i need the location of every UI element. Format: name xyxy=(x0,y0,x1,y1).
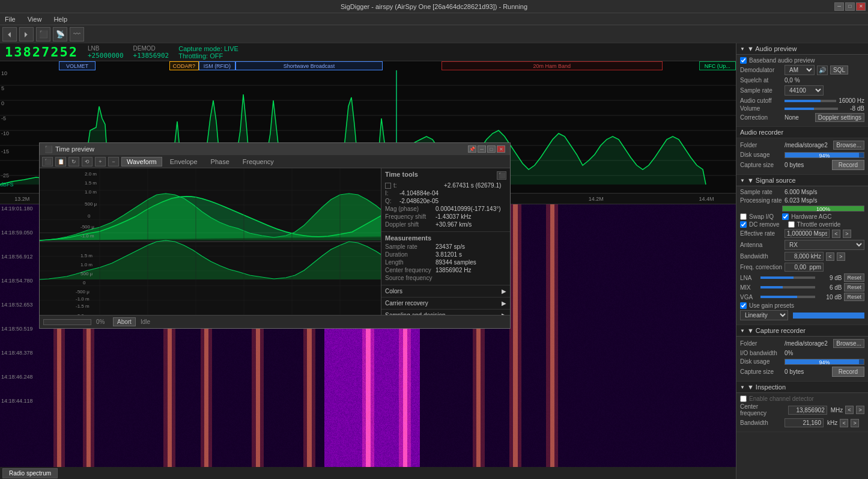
left-panel: 13827252 LNB +25000000 DEMOD +13856902 C… xyxy=(0,43,736,479)
signal-source-header[interactable]: ▼ ▼ Signal source xyxy=(736,175,868,186)
tp-tool-2[interactable]: ↻ xyxy=(68,157,79,166)
tp-mag-row: Mag (phase) 0.000410999(-177.143°) xyxy=(385,206,506,212)
lna-reset-btn[interactable]: Reset xyxy=(844,273,864,282)
tp-tab-envelope[interactable]: Envelope xyxy=(165,157,203,166)
insp-freq-up[interactable]: > xyxy=(856,406,864,414)
hw-agc-checkbox[interactable] xyxy=(782,213,789,220)
duration-val: 3.81201 s xyxy=(436,251,462,258)
insp-center-freq-input[interactable] xyxy=(788,406,827,415)
bw-up[interactable]: > xyxy=(837,252,845,261)
sql-btn[interactable]: SQL xyxy=(830,66,848,75)
tp-waveform-area[interactable]: In-Phase 2.0 m 1.5 m 1.0 m 500 μ 0 -500 … xyxy=(40,168,381,315)
mix-row: MIX 6 dB Reset xyxy=(740,283,864,291)
time-tools-expand[interactable]: ⬛ xyxy=(497,171,506,180)
throttle-checkbox[interactable] xyxy=(788,221,795,228)
effective-rate-input[interactable] xyxy=(785,229,830,238)
cap-folder-row: Folder /media/storage2 Browse... xyxy=(740,339,864,348)
tp-tool-3[interactable]: ⟲ xyxy=(82,157,93,166)
bw-down[interactable]: < xyxy=(826,252,834,261)
capture-recorder-header[interactable]: ▼ ▼ Capture recorder xyxy=(736,325,868,337)
menu-file[interactable]: File xyxy=(2,14,18,24)
toolbar-btn-2[interactable]: ⬛ xyxy=(36,27,50,41)
tp-length-row: Length 89344 samples xyxy=(385,259,506,266)
volume-slider[interactable] xyxy=(785,108,838,110)
menu-view[interactable]: View xyxy=(25,14,44,24)
tp-tool-4[interactable]: + xyxy=(95,157,106,166)
tab-radio-spectrum[interactable]: Radio spectrum xyxy=(2,468,58,478)
insp-bw-down[interactable]: < xyxy=(840,419,848,427)
channel-detector-checkbox[interactable] xyxy=(740,395,747,402)
close-btn[interactable]: ✕ xyxy=(856,2,866,11)
vga-val: 10 dB xyxy=(818,294,842,301)
inspection-header[interactable]: ▼ ▼ Inspection xyxy=(736,382,868,393)
demod-value: +13856902 xyxy=(133,52,169,59)
baseband-preview-label: Baseband audio preview xyxy=(749,57,815,64)
tp-tool-5[interactable]: − xyxy=(108,157,119,166)
antenna-select[interactable]: RX xyxy=(785,240,864,250)
tp-tab-frequency[interactable]: Frequency xyxy=(237,157,279,166)
freq-corr-input[interactable] xyxy=(785,263,824,272)
demod-select[interactable]: AM xyxy=(785,65,815,75)
baseband-preview-row: Baseband audio preview xyxy=(740,57,864,64)
baseband-preview-checkbox[interactable] xyxy=(740,57,747,64)
window-controls[interactable]: ─ □ ✕ xyxy=(834,2,866,11)
tp-tab-waveform[interactable]: Waveform xyxy=(121,157,162,166)
tp-abort-btn[interactable]: Abort xyxy=(113,317,136,326)
cap-browse-btn[interactable]: Browse... xyxy=(833,339,864,348)
gain-preset-select[interactable]: Linearity xyxy=(740,310,788,320)
tp-close-btn[interactable]: ✕ xyxy=(497,145,505,153)
i-value: -4.104884e-04 xyxy=(399,190,439,197)
speaker-btn[interactable]: 🔊 xyxy=(817,66,828,75)
tp-maximize-btn[interactable]: □ xyxy=(487,145,496,153)
sample-rate-select[interactable]: 44100 xyxy=(785,85,824,96)
doppler-settings-btn[interactable]: Doppler settings xyxy=(815,113,864,122)
correction-value: None xyxy=(785,114,799,121)
colors-header[interactable]: Colors ▶ xyxy=(385,288,506,294)
toolbar-btn-4[interactable]: 〰 xyxy=(70,27,84,41)
insp-bandwidth-input[interactable] xyxy=(785,418,824,427)
capture-recorder-arrow: ▼ xyxy=(740,328,745,334)
tp-pin-btn[interactable]: 📌 xyxy=(468,145,476,153)
toolbar-btn-0[interactable]: ⏴ xyxy=(2,27,17,41)
tp-tab-phase[interactable]: Phase xyxy=(205,157,235,166)
gain-presets-checkbox[interactable] xyxy=(740,302,747,309)
eff-rate-up[interactable]: > xyxy=(843,230,851,238)
tp-tool-0[interactable]: ⬛ xyxy=(42,157,53,166)
mix-label: MIX xyxy=(740,284,758,291)
insp-bw-up[interactable]: > xyxy=(851,419,859,427)
audio-browse-btn[interactable]: Browse... xyxy=(833,141,864,150)
maximize-btn[interactable]: □ xyxy=(845,2,855,11)
toolbar-btn-1[interactable]: ⏵ xyxy=(19,27,34,41)
dc-remove-checkbox[interactable] xyxy=(740,221,747,228)
sample-rate-label: Sample rate xyxy=(740,87,782,94)
cap-record-btn[interactable]: Record xyxy=(832,367,864,377)
vga-reset-btn[interactable]: Reset xyxy=(844,293,864,301)
menu-help[interactable]: Help xyxy=(51,14,70,24)
lna-slider[interactable] xyxy=(760,276,815,279)
eff-rate-down[interactable]: < xyxy=(832,230,840,238)
bandwidth-input[interactable] xyxy=(785,252,824,261)
audio-record-btn[interactable]: Record xyxy=(832,160,864,170)
swap-iq-checkbox[interactable] xyxy=(740,213,747,220)
tp-minimize-btn[interactable]: ─ xyxy=(478,145,486,153)
audio-disk-pct: 94% xyxy=(785,153,864,159)
minimize-btn[interactable]: ─ xyxy=(834,2,844,11)
band-volmet: VOLMET xyxy=(59,61,96,70)
tp-q-row: Q: -2.048620e-05 xyxy=(385,198,506,204)
vga-slider[interactable] xyxy=(760,296,815,298)
crosshair-icon xyxy=(385,183,391,189)
insp-freq-down[interactable]: < xyxy=(845,406,854,414)
time-preview-header[interactable]: ⬛ Time preview 📌 ─ □ ✕ xyxy=(40,143,510,155)
lnb-value: +25000000 xyxy=(88,52,124,59)
toolbar-btn-3[interactable]: 📡 xyxy=(53,27,67,41)
bottom-tabs: Radio spectrum xyxy=(0,467,736,479)
carrier-recovery-header[interactable]: Carrier recovery ▶ xyxy=(385,300,506,307)
gain-presets-label: Use gain presets xyxy=(749,302,794,309)
mix-reset-btn[interactable]: Reset xyxy=(844,283,864,291)
tp-tool-1[interactable]: 📋 xyxy=(55,157,66,166)
tp-win-controls[interactable]: 📌 ─ □ ✕ xyxy=(468,145,505,153)
audio-preview-header[interactable]: ▼ ▼ Audio preview xyxy=(736,43,868,55)
svg-text:0: 0 xyxy=(83,280,86,285)
audio-cutoff-slider[interactable] xyxy=(785,100,836,102)
mix-slider[interactable] xyxy=(760,286,815,288)
